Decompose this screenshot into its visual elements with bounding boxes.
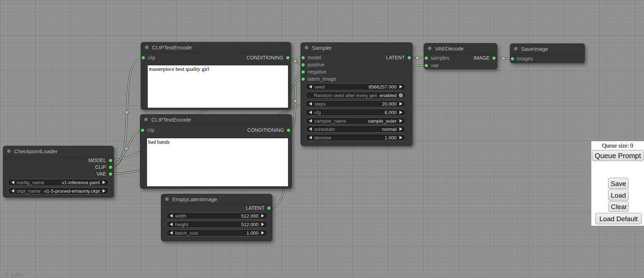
stepper-right-icon[interactable] — [103, 189, 105, 193]
output-dot-icon[interactable] — [109, 166, 112, 169]
link-midpoint-dot[interactable] — [502, 57, 505, 60]
output-port-image[interactable]: IMAGE — [473, 55, 496, 61]
link-midpoint-dot[interactable] — [125, 147, 128, 150]
stepper-left-icon[interactable] — [170, 223, 173, 226]
widget-denoise[interactable]: denoise 1.000 — [305, 134, 406, 141]
collapse-dot-icon[interactable] — [165, 197, 169, 201]
link-midpoint-dot[interactable] — [415, 56, 419, 60]
output-port-latent[interactable]: LATENT — [246, 205, 271, 211]
stepper-right-icon[interactable] — [399, 102, 402, 106]
node-title-bar[interactable]: CLIPTextEncode — [140, 114, 292, 125]
stepper-right-icon[interactable] — [261, 231, 264, 235]
widget-batch-size[interactable]: batch_size 1.000 — [166, 229, 268, 236]
input-dot-icon[interactable] — [302, 63, 305, 66]
stepper-right-icon[interactable] — [399, 127, 402, 131]
stepper-left-icon[interactable] — [170, 231, 173, 235]
input-dot-icon[interactable] — [302, 70, 305, 74]
node-title-bar[interactable]: CheckpointLoader — [3, 146, 114, 157]
collapse-dot-icon[interactable] — [144, 118, 148, 121]
output-port-latent[interactable]: LATENT — [386, 55, 411, 60]
node-save-image[interactable]: SaveImage images — [510, 43, 585, 63]
node-vae-decode[interactable]: VAEDecode samples IMAGE vae — [424, 43, 497, 69]
output-dot-icon[interactable] — [492, 57, 496, 60]
input-port-model[interactable]: model — [302, 55, 321, 60]
stepper-left-icon[interactable] — [309, 111, 312, 114]
input-dot-icon[interactable] — [142, 56, 145, 59]
comfyui-canvas[interactable]: { "canvas": { "stats_text": "T: 0.00s" }… — [0, 0, 644, 278]
widget-ckpt-name[interactable]: ckpt_name v1-5-pruned-emaonly.ckpt — [8, 187, 109, 194]
node-clip-text-encode-negative[interactable]: CLIPTextEncode clip CONDITIONING bad han… — [140, 114, 292, 189]
widget-steps[interactable]: steps 20.000 — [305, 100, 406, 107]
stepper-right-icon[interactable] — [399, 85, 402, 89]
input-port-positive[interactable]: positive — [302, 62, 324, 68]
widget-scheduler[interactable]: scheduler normal — [305, 125, 406, 133]
widget-cfg[interactable]: cfg 8.000 — [305, 109, 406, 116]
link-midpoint-dot[interactable] — [293, 99, 297, 103]
stepper-right-icon[interactable] — [261, 223, 264, 226]
input-port-latent-image[interactable]: latent_image — [302, 76, 336, 82]
stepper-left-icon[interactable] — [309, 85, 312, 89]
input-dot-icon[interactable] — [425, 64, 428, 67]
stepper-right-icon[interactable] — [399, 119, 402, 123]
load-default-button[interactable]: Load Default — [595, 213, 642, 224]
node-checkpoint-loader[interactable]: CheckpointLoader MODEL CLIP VAE config_n… — [3, 146, 114, 198]
widget-config-name[interactable]: config_name v1-inference.yaml — [8, 179, 109, 186]
node-sampler[interactable]: Sampler model LATENT positive negative l… — [300, 42, 413, 146]
collapse-dot-icon[interactable] — [514, 47, 518, 50]
output-port-conditioning[interactable]: CONDITIONING — [247, 127, 290, 133]
stepper-right-icon[interactable] — [399, 136, 402, 139]
widget-seed[interactable]: seed 8566257.000 — [305, 83, 406, 90]
stepper-right-icon[interactable] — [103, 181, 105, 184]
clear-button[interactable]: Clear — [608, 201, 629, 212]
node-title-bar[interactable]: SaveImage — [510, 43, 585, 54]
stepper-right-icon[interactable] — [261, 214, 264, 218]
input-port-images[interactable]: images — [511, 56, 533, 62]
input-port-negative[interactable]: negative — [302, 69, 326, 75]
input-dot-icon[interactable] — [511, 57, 514, 60]
collapse-dot-icon[interactable] — [145, 46, 148, 49]
output-dot-icon[interactable] — [109, 172, 112, 176]
input-dot-icon[interactable] — [141, 129, 144, 132]
collapse-dot-icon[interactable] — [305, 46, 308, 49]
input-port-clip[interactable]: clip — [142, 55, 155, 60]
node-title-bar[interactable]: CLIPTextEncode — [141, 42, 291, 53]
output-dot-icon[interactable] — [109, 159, 112, 162]
output-port-clip[interactable]: CLIP — [95, 164, 112, 170]
queue-prompt-button[interactable]: Queue Prompt — [592, 150, 644, 161]
link-midpoint-dot[interactable] — [125, 111, 129, 114]
load-button[interactable]: Load — [608, 189, 629, 201]
input-dot-icon[interactable] — [302, 77, 305, 81]
output-dot-icon[interactable] — [286, 56, 289, 59]
stepper-left-icon[interactable] — [309, 136, 312, 139]
input-dot-icon[interactable] — [302, 56, 305, 59]
negative-prompt-textarea[interactable]: bad hands — [147, 138, 288, 186]
input-port-clip[interactable]: clip — [141, 127, 155, 133]
output-dot-icon[interactable] — [267, 207, 271, 210]
output-dot-icon[interactable] — [287, 129, 290, 132]
input-port-samples[interactable]: samples — [425, 55, 449, 61]
output-dot-icon[interactable] — [408, 56, 411, 59]
node-title-bar[interactable]: EmptyLatentImage — [161, 194, 272, 205]
stepper-left-icon[interactable] — [11, 189, 14, 193]
stepper-right-icon[interactable] — [399, 111, 402, 114]
node-clip-text-encode-positive[interactable]: CLIPTextEncode clip CONDITIONING masterp… — [141, 42, 291, 110]
positive-prompt-textarea[interactable]: masterpiece best quality girl — [148, 65, 288, 108]
output-port-vae[interactable]: VAE — [96, 171, 112, 177]
node-title-bar[interactable]: VAEDecode — [424, 43, 497, 54]
stepper-left-icon[interactable] — [11, 181, 14, 184]
output-port-conditioning[interactable]: CONDITIONING — [247, 55, 289, 60]
stepper-left-icon[interactable] — [309, 102, 312, 106]
stepper-left-icon[interactable] — [309, 119, 312, 123]
node-title-bar[interactable]: Sampler — [300, 42, 413, 53]
collapse-dot-icon[interactable] — [428, 47, 431, 50]
widget-width[interactable]: width 512.000 — [166, 212, 268, 219]
input-dot-icon[interactable] — [425, 57, 428, 60]
link-midpoint-dot[interactable] — [293, 59, 297, 63]
node-empty-latent-image[interactable]: EmptyLatentImage LATENT width 512.000 he… — [161, 194, 272, 241]
output-port-model[interactable]: MODEL — [88, 157, 112, 163]
save-button[interactable]: Save — [608, 178, 629, 189]
input-port-vae[interactable]: vae — [425, 63, 439, 68]
stepper-left-icon[interactable] — [170, 214, 173, 218]
toggle-icon[interactable] — [399, 93, 403, 97]
collapse-dot-icon[interactable] — [7, 149, 11, 153]
